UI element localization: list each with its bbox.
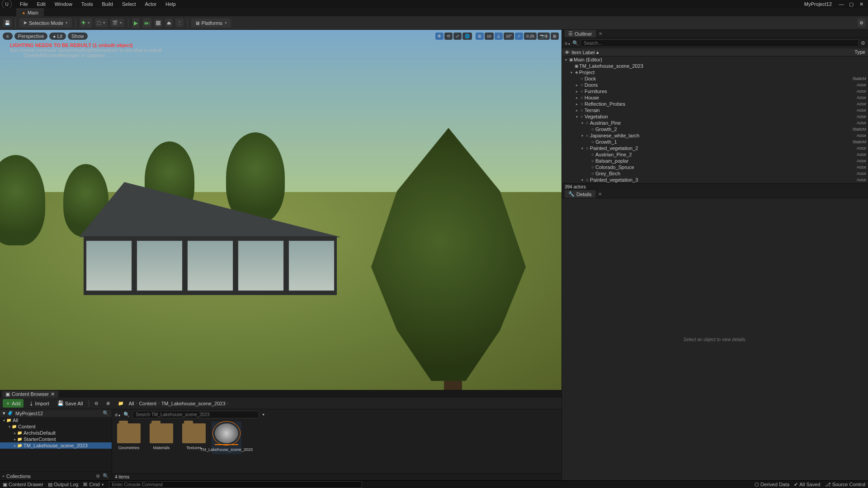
asset-item[interactable]: Geometries <box>114 422 144 452</box>
outliner-row[interactable]: ▾○VegetationActor <box>562 113 868 120</box>
level-tab-main[interactable]: ▲ Main <box>16 9 44 16</box>
outliner-row[interactable]: ○Grey_BirchActor <box>562 170 868 177</box>
menu-actor[interactable]: Actor <box>141 0 161 8</box>
settings-icon[interactable]: ⚙ <box>861 40 865 46</box>
source-tree-row[interactable]: ▾📁All <box>0 417 112 423</box>
search-icon[interactable]: 🔍 <box>103 473 109 479</box>
eject-button[interactable]: ⏏ <box>165 19 173 27</box>
viewport-perspective-button[interactable]: Perspective <box>14 33 47 40</box>
outliner-tab[interactable]: ☰ Outliner <box>565 30 596 38</box>
skip-button[interactable]: ⏭ <box>142 18 151 28</box>
close-icon[interactable]: ✕ <box>598 192 602 197</box>
history-fwd-button[interactable]: ⊕ <box>104 400 113 407</box>
expand-icon[interactable]: ▾ <box>564 58 568 62</box>
expand-icon[interactable]: ▾ <box>575 115 579 119</box>
asset-search-input[interactable] <box>132 411 259 418</box>
outliner-row[interactable]: ○Austrian_Pine_2Actor <box>562 151 868 158</box>
expand-icon[interactable]: ▾ <box>580 178 585 182</box>
expand-icon[interactable]: ▾ <box>580 134 585 138</box>
add-button[interactable]: ＋Add <box>3 399 24 408</box>
source-tree-row[interactable]: ▸📁TM_Lakehouse_scene_2023 <box>0 442 112 449</box>
transform-scale-button[interactable]: ⤢ <box>453 33 462 40</box>
close-icon[interactable]: ✕ <box>599 31 602 36</box>
save-button[interactable]: 💾 <box>3 19 12 27</box>
menu-select[interactable]: Select <box>118 0 141 8</box>
outliner-row[interactable]: ○Balsam_poplarActor <box>562 158 868 164</box>
viewport-maximize-button[interactable]: ⊞ <box>551 33 559 40</box>
window-close-button[interactable]: ✕ <box>856 1 866 7</box>
outliner-row[interactable]: ▸○Reflection_ProbesActor <box>562 101 868 107</box>
source-tree-row[interactable]: ▸📁ArchvisDefault <box>0 430 112 436</box>
viewport-lit-button[interactable]: ● Lit <box>49 33 66 40</box>
outliner-row[interactable]: ▾○Japanese_white_larchActor <box>562 132 868 139</box>
menu-window[interactable]: Window <box>50 0 77 8</box>
scale-snap-button[interactable]: ⤢ <box>515 33 523 40</box>
menu-file[interactable]: File <box>15 0 33 8</box>
close-icon[interactable]: ✕ <box>51 391 55 397</box>
output-log-button[interactable]: ▤ Output Log <box>48 482 78 488</box>
asset-item[interactable]: TM_Lakehouse_scene_2023 <box>212 422 241 454</box>
grid-snap-button[interactable]: ⊞ <box>476 33 484 40</box>
viewport-show-button[interactable]: Show <box>68 33 88 40</box>
outliner-row[interactable]: ▾◈Project <box>562 69 868 75</box>
source-tree-header[interactable]: ▾🧳 MyProject12 🔍 <box>0 409 112 417</box>
ue-logo-icon[interactable]: U <box>2 0 12 9</box>
outliner-row[interactable]: ▸○TerrainActor <box>562 107 868 113</box>
window-maximize-button[interactable]: ▢ <box>846 1 856 7</box>
asset-item[interactable]: Materials <box>146 422 176 452</box>
save-all-button[interactable]: 💾Save All <box>55 399 86 407</box>
platforms-button[interactable]: 🖥 Platforms ▼ <box>191 19 231 28</box>
marketplace-button[interactable]: ⬚▼ <box>95 19 108 27</box>
derived-data-button[interactable]: ⬡ Derived Data <box>755 482 789 488</box>
settings-button[interactable]: ⚙ <box>858 19 865 27</box>
search-icon[interactable]: 🔍 <box>103 410 109 416</box>
expand-icon[interactable]: ▸ <box>575 89 579 94</box>
outliner-row[interactable]: ○Growth_1StaticM <box>562 139 868 145</box>
breadcrumb-segment[interactable]: All <box>129 401 134 406</box>
coord-space-button[interactable]: 🌐 <box>462 33 472 40</box>
angle-snap-button[interactable]: ∠ <box>495 33 503 40</box>
angle-snap-value[interactable]: 10° <box>504 33 514 40</box>
details-tab[interactable]: 🔧 Details <box>565 190 595 198</box>
transform-move-button[interactable]: ✥ <box>435 33 443 40</box>
source-tree-row[interactable]: ▸📁StarterContent <box>0 436 112 442</box>
outliner-search-input[interactable] <box>580 39 859 47</box>
expand-icon[interactable]: ▾ <box>569 70 574 75</box>
play-button[interactable]: ▶ <box>132 18 140 28</box>
menu-tools[interactable]: Tools <box>77 0 98 8</box>
grid-snap-value[interactable]: 10 <box>485 33 494 40</box>
scale-snap-value[interactable]: 0.25 <box>524 33 537 40</box>
expand-icon[interactable]: ▸ <box>575 108 579 113</box>
outliner-row[interactable]: ▸○FurnituresActor <box>562 88 868 94</box>
content-drawer-button[interactable]: ▣ Content Drawer <box>3 482 43 488</box>
viewport-menu-button[interactable]: ≡ <box>3 33 13 40</box>
content-browser-tab[interactable]: ▣ Content Browser ✕ <box>2 391 58 398</box>
expand-icon[interactable]: ▾ <box>580 121 585 125</box>
column-type[interactable]: Type <box>844 49 865 55</box>
search-options-button[interactable]: ▼ <box>262 413 265 416</box>
folder-icon[interactable]: 📁 <box>115 400 126 407</box>
outliner-row[interactable]: ○Growth_2StaticM <box>562 126 868 132</box>
play-options-button[interactable]: ⋮ <box>175 19 184 27</box>
source-tree-row[interactable]: ▾📁Content <box>0 423 112 430</box>
outliner-row[interactable]: ▾▣Main (Editor) <box>562 56 868 63</box>
filter-button[interactable]: ≡▼ <box>565 41 571 46</box>
add-content-button[interactable]: ✚▼ <box>80 18 92 28</box>
expand-icon[interactable]: ▸ <box>575 96 579 100</box>
import-button[interactable]: ⭳Import <box>26 400 52 407</box>
menu-help[interactable]: Help <box>161 0 180 8</box>
cmd-dropdown[interactable]: ⌘ Cmd ▼ <box>83 482 104 488</box>
window-minimize-button[interactable]: — <box>836 1 846 7</box>
add-collection-icon[interactable]: ⊕ <box>96 473 100 479</box>
outliner-row[interactable]: ▸○DoorsActor <box>562 82 868 88</box>
collections-header[interactable]: ▸Collections ⊕🔍 <box>0 471 112 480</box>
selection-mode-button[interactable]: ➤ Selection Mode ▼ <box>19 18 72 28</box>
source-control-button[interactable]: ⎇ Source Control <box>825 482 865 488</box>
cinematics-button[interactable]: 🎬▼ <box>110 19 124 27</box>
level-viewport[interactable]: ≡ Perspective ● Lit Show ✥ ⟲ ⤢ 🌐 ⊞ 10 ∠ … <box>0 30 561 390</box>
camera-speed-button[interactable]: 📷 4 <box>538 33 550 40</box>
expand-icon[interactable]: ▸ <box>575 102 579 106</box>
outliner-row[interactable]: ▾○Painted_vegetation_2Actor <box>562 145 868 151</box>
outliner-row[interactable]: ▾○Austrian_PineActor <box>562 120 868 126</box>
history-back-button[interactable]: ⊖ <box>92 400 101 407</box>
